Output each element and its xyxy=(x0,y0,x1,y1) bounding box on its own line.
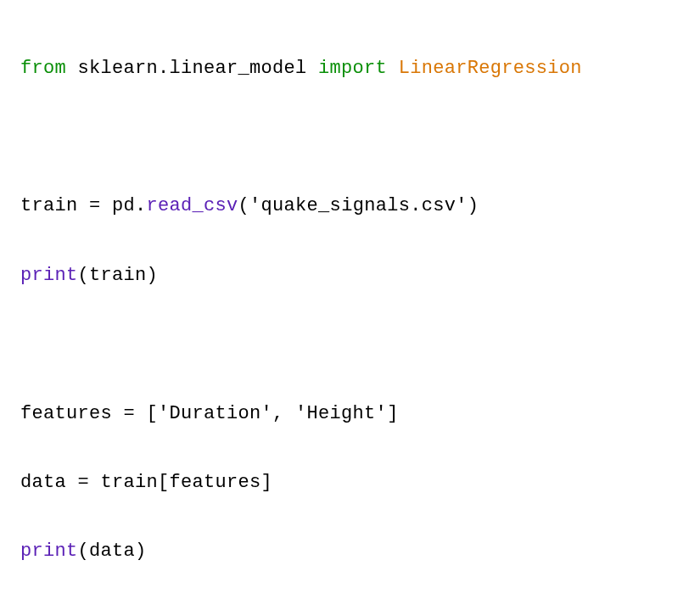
python-code-block: from sklearn.linear_model import LinearR… xyxy=(20,17,680,605)
method-read-csv: read_csv xyxy=(147,195,238,216)
identifier-train: train xyxy=(20,195,78,216)
string-literal: 'quake_signals.csv' xyxy=(249,195,468,216)
identifier: features xyxy=(170,472,261,493)
code-line-3: train = pd.read_csv('quake_signals.csv') xyxy=(20,189,680,224)
keyword-import: import xyxy=(318,58,387,79)
string-literal: 'Height' xyxy=(295,403,387,424)
code-line-blank xyxy=(20,328,680,362)
string-literal: 'Duration' xyxy=(158,403,272,424)
code-line-4: print(train) xyxy=(20,259,680,294)
identifier: train xyxy=(101,472,159,493)
code-line-1: from sklearn.linear_model import LinearR… xyxy=(20,52,680,87)
function-print: print xyxy=(20,265,78,286)
identifier-pd: pd xyxy=(112,195,135,216)
class-name: LinearRegression xyxy=(399,58,582,79)
code-line-7: data = train[features] xyxy=(20,466,680,501)
identifier: train xyxy=(89,265,147,286)
identifier: data xyxy=(89,541,135,562)
identifier: data xyxy=(20,472,66,493)
identifier: features xyxy=(20,403,112,424)
code-line-blank xyxy=(20,120,680,155)
code-line-6: features = ['Duration', 'Height'] xyxy=(20,397,680,432)
code-line-8: print(data) xyxy=(20,535,680,569)
module-name: sklearn.linear_model xyxy=(78,58,307,79)
function-print: print xyxy=(20,541,78,562)
keyword-from: from xyxy=(20,58,66,79)
